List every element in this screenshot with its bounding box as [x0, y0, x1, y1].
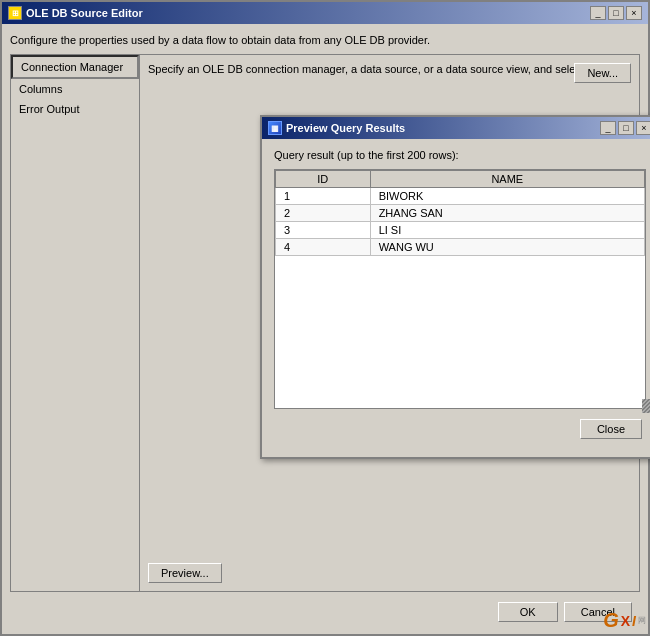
modal-content: Query result (up to the first 200 rows):…	[262, 139, 650, 457]
cell-id: 1	[276, 188, 371, 205]
sidebar-item-error-output[interactable]: Error Output	[11, 99, 139, 119]
modal-bottom: Close	[274, 419, 646, 447]
cell-name: BIWORK	[370, 188, 644, 205]
ok-button[interactable]: OK	[498, 602, 558, 622]
result-table-wrapper[interactable]: ID NAME 1BIWORK2ZHANG SAN3LI SI4WANG WU	[274, 169, 646, 409]
table-row: 2ZHANG SAN	[276, 205, 645, 222]
modal-titlebar-left: ▦ Preview Query Results	[268, 121, 405, 135]
query-result-label: Query result (up to the first 200 rows):	[274, 149, 646, 161]
cell-name: WANG WU	[370, 239, 644, 256]
modal-title: Preview Query Results	[286, 122, 405, 134]
outer-titlebar: ⊞ OLE DB Source Editor _ □ ×	[2, 2, 648, 24]
modal-maximize-button[interactable]: □	[618, 121, 634, 135]
table-row: 3LI SI	[276, 222, 645, 239]
titlebar-left: ⊞ OLE DB Source Editor	[8, 6, 143, 20]
description-text: Configure the properties used by a data …	[10, 32, 640, 48]
close-window-button[interactable]: ×	[626, 6, 642, 20]
app-icon: ⊞	[8, 6, 22, 20]
close-results-button[interactable]: Close	[580, 419, 642, 439]
sidebar: Connection Manager Columns Error Output	[10, 54, 140, 592]
sidebar-item-connection-manager[interactable]: Connection Manager	[11, 55, 139, 79]
cell-id: 3	[276, 222, 371, 239]
modal-titlebar-buttons: _ □ ×	[600, 121, 650, 135]
maximize-button[interactable]: □	[608, 6, 624, 20]
cell-id: 2	[276, 205, 371, 222]
logo-text: 网	[638, 615, 646, 626]
minimize-button[interactable]: _	[590, 6, 606, 20]
col-header-id: ID	[276, 171, 371, 188]
table-row: 1BIWORK	[276, 188, 645, 205]
sidebar-item-columns[interactable]: Columns	[11, 79, 139, 99]
logo-i: I	[632, 613, 636, 629]
right-panel: Specify an OLE DB connection manager, a …	[140, 54, 640, 592]
col-header-name: NAME	[370, 171, 644, 188]
outer-window-title: OLE DB Source Editor	[26, 7, 143, 19]
modal-titlebar: ▦ Preview Query Results _ □ ×	[262, 117, 650, 139]
resize-handle[interactable]	[642, 399, 650, 413]
modal-minimize-button[interactable]: _	[600, 121, 616, 135]
watermark-logo: G X I 网	[603, 609, 646, 632]
cell-name: ZHANG SAN	[370, 205, 644, 222]
modal-overlay: ▦ Preview Query Results _ □ × Query r	[140, 55, 639, 591]
result-table: ID NAME 1BIWORK2ZHANG SAN3LI SI4WANG WU	[275, 170, 645, 256]
main-area: Connection Manager Columns Error Output …	[10, 54, 640, 592]
cell-name: LI SI	[370, 222, 644, 239]
cell-id: 4	[276, 239, 371, 256]
logo-g: G	[603, 609, 619, 632]
outer-content: Configure the properties used by a data …	[2, 24, 648, 634]
titlebar-buttons: _ □ ×	[590, 6, 642, 20]
modal-close-button[interactable]: ×	[636, 121, 650, 135]
outer-window: ⊞ OLE DB Source Editor _ □ × Configure t…	[0, 0, 650, 636]
bottom-bar: OK Cancel	[10, 598, 640, 626]
logo-x: X	[621, 613, 630, 629]
table-row: 4WANG WU	[276, 239, 645, 256]
modal-window: ▦ Preview Query Results _ □ × Query r	[260, 115, 650, 459]
modal-app-icon: ▦	[268, 121, 282, 135]
